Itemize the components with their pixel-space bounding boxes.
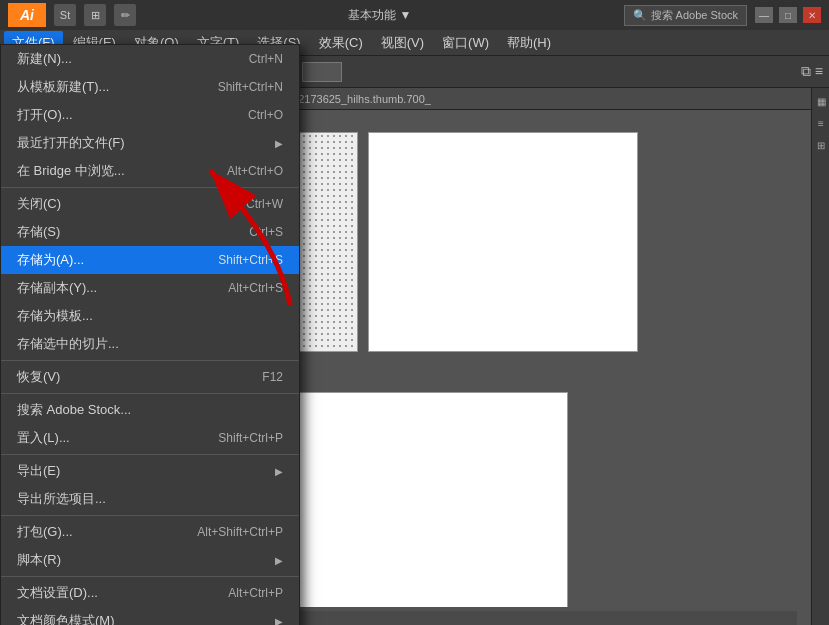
minimize-button[interactable]: — (755, 7, 773, 23)
maximize-button[interactable]: □ (779, 7, 797, 23)
menu-item-save-slices[interactable]: 存储选中的切片... (1, 330, 299, 358)
pen-icon: ✏ (114, 4, 136, 26)
menu-item-bridge-shortcut: Alt+Ctrl+O (227, 164, 283, 178)
menu-item-search-stock-label: 搜索 Adobe Stock... (17, 401, 131, 419)
search-icon: 🔍 (633, 9, 647, 22)
menu-item-save-copy-shortcut: Alt+Ctrl+S (228, 281, 283, 295)
menu-item-bridge-label: 在 Bridge 中浏览... (17, 162, 125, 180)
separator-5 (1, 515, 299, 516)
stock-search[interactable]: 🔍 搜索 Adobe Stock (624, 5, 747, 26)
menu-item-recent-arrow: ▶ (275, 138, 283, 149)
smart-object-icon: St (54, 4, 76, 26)
layers-icon[interactable]: ▦ (812, 92, 829, 110)
menu-item-recent-label: 最近打开的文件(F) (17, 134, 125, 152)
props-icon[interactable]: ≡ (812, 114, 829, 132)
menu-item-export-label: 导出(E) (17, 462, 60, 480)
menu-item-export-arrow: ▶ (275, 466, 283, 477)
file-dropdown-menu: 新建(N)... Ctrl+N 从模板新建(T)... Shift+Ctrl+N… (0, 44, 300, 625)
arrange-icon[interactable]: ⧉ (801, 63, 811, 80)
menu-item-open-shortcut: Ctrl+O (248, 108, 283, 122)
menu-item-package-label: 打包(G)... (17, 523, 73, 541)
workspace-selector[interactable]: 基本功能 ▼ (136, 7, 624, 24)
menu-item-save-copy[interactable]: 存储副本(Y)... Alt+Ctrl+S (1, 274, 299, 302)
ai-logo-icon: Ai (8, 3, 46, 27)
menu-item-doc-settings-label: 文档设置(D)... (17, 584, 98, 602)
separator-1 (1, 187, 299, 188)
menu-item-revert-label: 恢复(V) (17, 368, 60, 386)
canvas-page-2 (298, 392, 568, 607)
separator-6 (1, 576, 299, 577)
menu-item-scripts-arrow: ▶ (275, 555, 283, 566)
menu-item-doc-settings-shortcut: Alt+Ctrl+P (228, 586, 283, 600)
menu-view[interactable]: 视图(V) (373, 31, 432, 55)
menu-effect[interactable]: 效果(C) (311, 31, 371, 55)
menu-item-color-mode-arrow: ▶ (275, 616, 283, 626)
menu-item-save-template-label: 存储为模板... (17, 307, 93, 325)
menu-item-package-shortcut: Alt+Shift+Ctrl+P (197, 525, 283, 539)
menu-item-new-shortcut: Ctrl+N (249, 52, 283, 66)
menu-item-package[interactable]: 打包(G)... Alt+Shift+Ctrl+P (1, 518, 299, 546)
right-panel: ▦ ≡ ⊞ (811, 88, 829, 625)
menu-item-save-label: 存储(S) (17, 223, 60, 241)
menu-item-scripts-label: 脚本(R) (17, 551, 61, 569)
menu-item-new-from-template[interactable]: 从模板新建(T)... Shift+Ctrl+N (1, 73, 299, 101)
menu-item-new[interactable]: 新建(N)... Ctrl+N (1, 45, 299, 73)
menu-item-revert-shortcut: F12 (262, 370, 283, 384)
menu-item-save-shortcut: Ctrl+S (249, 225, 283, 239)
menu-item-new-label: 新建(N)... (17, 50, 72, 68)
menu-item-recent[interactable]: 最近打开的文件(F) ▶ (1, 129, 299, 157)
menu-item-open[interactable]: 打开(O)... Ctrl+O (1, 101, 299, 129)
menu-item-place[interactable]: 置入(L)... Shift+Ctrl+P (1, 424, 299, 452)
canvas-page-3 (368, 132, 638, 352)
menu-item-close-label: 关闭(C) (17, 195, 61, 213)
menu-item-new-from-template-shortcut: Shift+Ctrl+N (218, 80, 283, 94)
menu-help[interactable]: 帮助(H) (499, 31, 559, 55)
menu-item-doc-settings[interactable]: 文档设置(D)... Alt+Ctrl+P (1, 579, 299, 607)
menu-item-bridge[interactable]: 在 Bridge 中浏览... Alt+Ctrl+O (1, 157, 299, 185)
menu-item-color-mode[interactable]: 文档颜色模式(M) ▶ (1, 607, 299, 625)
menu-item-new-from-template-label: 从模板新建(T)... (17, 78, 109, 96)
menu-item-search-stock[interactable]: 搜索 Adobe Stock... (1, 396, 299, 424)
separator-3 (1, 393, 299, 394)
menu-item-save-copy-label: 存储副本(Y)... (17, 279, 97, 297)
window-controls: — □ ✕ (755, 7, 821, 23)
menu-item-place-label: 置入(L)... (17, 429, 70, 447)
close-button[interactable]: ✕ (803, 7, 821, 23)
menu-item-save-as[interactable]: 存储为(A)... Shift+Ctrl+S (1, 246, 299, 274)
menu-item-close[interactable]: 关闭(C) Ctrl+W (1, 190, 299, 218)
align-icon[interactable]: ≡ (815, 63, 823, 80)
menu-item-close-shortcut: Ctrl+W (246, 197, 283, 211)
menu-item-save-slices-label: 存储选中的切片... (17, 335, 119, 353)
menu-item-color-mode-label: 文档颜色模式(M) (17, 612, 115, 625)
menu-item-export-selected-label: 导出所选项目... (17, 490, 106, 508)
menu-item-save-as-label: 存储为(A)... (17, 251, 84, 269)
title-bar: Ai St ⊞ ✏ 基本功能 ▼ 🔍 搜索 Adobe Stock — □ ✕ (0, 0, 829, 30)
separator-4 (1, 454, 299, 455)
menu-item-save-template[interactable]: 存储为模板... (1, 302, 299, 330)
style-swatch[interactable] (302, 62, 342, 82)
menu-item-place-shortcut: Shift+Ctrl+P (218, 431, 283, 445)
libraries-icon[interactable]: ⊞ (812, 136, 829, 154)
title-bar-left: Ai St ⊞ ✏ (8, 3, 136, 27)
separator-2 (1, 360, 299, 361)
menu-item-scripts[interactable]: 脚本(R) ▶ (1, 546, 299, 574)
menu-item-save-as-shortcut: Shift+Ctrl+S (218, 253, 283, 267)
menu-window[interactable]: 窗口(W) (434, 31, 497, 55)
menu-item-export[interactable]: 导出(E) ▶ (1, 457, 299, 485)
menu-item-export-selected[interactable]: 导出所选项目... (1, 485, 299, 513)
grid-icon: ⊞ (84, 4, 106, 26)
menu-item-revert[interactable]: 恢复(V) F12 (1, 363, 299, 391)
menu-item-save[interactable]: 存储(S) Ctrl+S (1, 218, 299, 246)
menu-item-open-label: 打开(O)... (17, 106, 73, 124)
